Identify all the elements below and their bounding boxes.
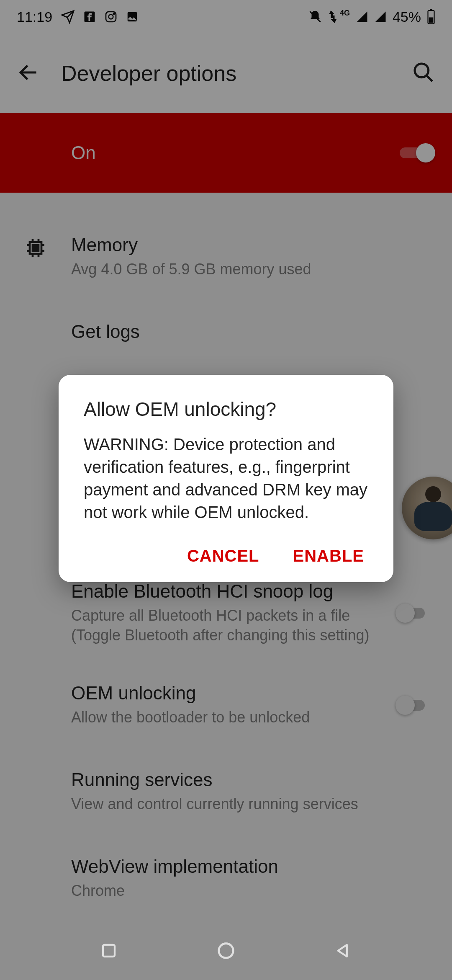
enable-button[interactable]: ENABLE bbox=[293, 547, 364, 565]
dialog-body: WARNING: Device protection and verificat… bbox=[84, 433, 368, 524]
dialog-title: Allow OEM unlocking? bbox=[84, 398, 368, 420]
svg-rect-11 bbox=[103, 945, 115, 957]
nav-recent-button[interactable] bbox=[98, 940, 119, 961]
cancel-button[interactable]: CANCEL bbox=[187, 547, 259, 565]
svg-point-12 bbox=[219, 944, 234, 958]
nav-home-button[interactable] bbox=[216, 940, 236, 961]
nav-back-button[interactable] bbox=[333, 940, 354, 961]
system-nav-bar bbox=[0, 921, 452, 980]
oem-unlock-dialog: Allow OEM unlocking? WARNING: Device pro… bbox=[59, 375, 393, 582]
